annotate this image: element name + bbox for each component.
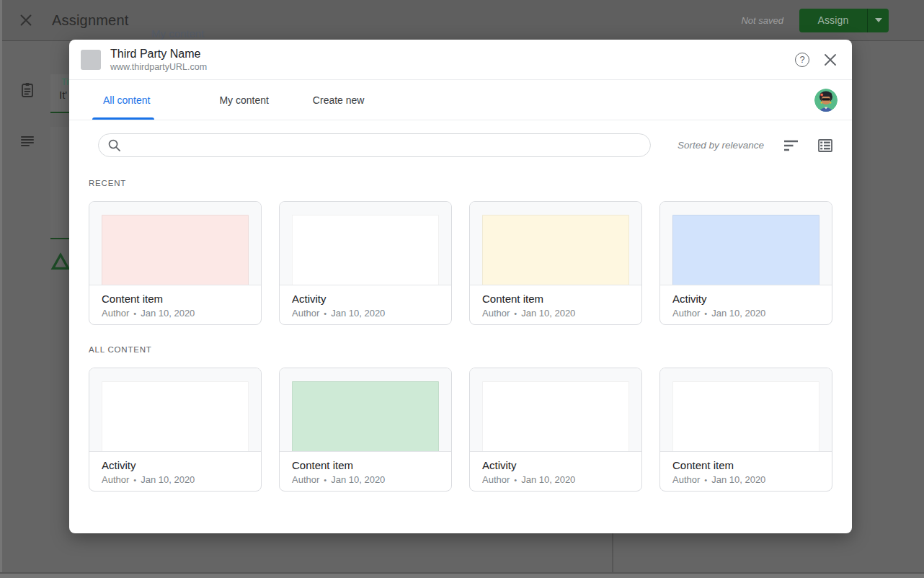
sort-icon [783,139,799,152]
card-thumbnail [89,202,261,285]
sort-button[interactable] [783,139,799,152]
card-meta: Author•Jan 10, 2020 [482,307,629,320]
section-label-recent: RECENT [89,179,832,187]
content-tabs: All content My content Create new [69,80,852,120]
list-view-button[interactable] [818,139,832,152]
page-left-edge [0,0,2,578]
third-party-name: Third Party Name [110,47,207,61]
card-title: Content item [292,458,439,472]
card-title: Content item [672,458,819,472]
content-card[interactable]: Activity Author•Jan 10, 2020 [469,368,642,492]
ghost-my-content-text: My content [151,27,204,40]
assignment-clipboard-icon [19,81,36,102]
active-tab-underline [92,117,154,120]
card-meta: Author•Jan 10, 2020 [292,473,439,486]
card-meta: Author•Jan 10, 2020 [102,473,249,486]
tab-all-content[interactable]: All content [103,94,150,106]
dialog-header: Third Party Name www.thirdpartyURL.com ? [69,40,852,80]
assignment-page-title: Assignment [52,12,129,29]
content-card[interactable]: Content item Author•Jan 10, 2020 [659,368,832,492]
content-card[interactable]: Content item Author•Jan 10, 2020 [469,201,642,325]
card-title: Activity [292,292,439,306]
close-icon [824,53,837,66]
card-meta: Author•Jan 10, 2020 [482,473,629,486]
card-thumbnail [470,368,641,452]
card-thumbnail [660,368,832,452]
search-input[interactable] [127,134,650,156]
dialog-body: Sorted by relevance RECENT [69,120,852,533]
search-icon [107,138,121,152]
save-status-text: Not saved [741,15,783,26]
card-thumbnail [470,202,641,285]
card-title: Activity [672,292,819,306]
all-content-card-grid: Activity Author•Jan 10, 2020 Content ite… [89,368,832,492]
third-party-logo [81,50,101,70]
section-label-all-content: ALL CONTENT [89,345,832,354]
recent-card-grid: Content item Author•Jan 10, 2020 Activit… [89,201,832,325]
background-panel-divider [612,533,613,572]
content-card[interactable]: Content item Author•Jan 10, 2020 [89,201,262,325]
assignment-topbar: Assignment Not saved Assign [0,0,924,41]
card-thumbnail [660,202,832,285]
card-thumbnail [89,368,261,452]
search-toolbar: Sorted by relevance [89,133,832,157]
title-field-value: It' [59,89,67,101]
card-title: Activity [482,458,629,472]
tab-my-content[interactable]: My content [219,94,268,106]
third-party-url: www.thirdpartyURL.com [110,61,207,73]
content-card[interactable]: Activity Author•Jan 10, 2020 [89,368,262,492]
card-title: Content item [482,292,629,306]
tab-create-new[interactable]: Create new [313,94,365,106]
help-button[interactable]: ? [794,51,811,68]
google-drive-icon [50,252,71,274]
card-meta: Author•Jan 10, 2020 [672,473,819,486]
assign-button[interactable]: Assign [799,9,867,32]
content-card[interactable]: Content item Author•Jan 10, 2020 [279,368,452,492]
instructions-lines-icon [19,132,36,152]
card-thumbnail [280,368,451,452]
card-meta: Author•Jan 10, 2020 [102,307,249,320]
close-assignment-icon[interactable] [17,12,35,29]
card-meta: Author•Jan 10, 2020 [292,307,439,320]
search-bar[interactable] [98,133,651,157]
content-card[interactable]: Activity Author•Jan 10, 2020 [279,201,452,325]
card-thumbnail [280,202,451,285]
assign-dropdown-button[interactable] [868,9,889,32]
help-icon: ? [795,53,809,67]
close-dialog-button[interactable] [822,51,839,68]
card-meta: Author•Jan 10, 2020 [672,307,819,320]
card-title: Content item [102,292,249,306]
sorted-by-label: Sorted by relevance [678,140,764,151]
content-card[interactable]: Activity Author•Jan 10, 2020 [659,201,832,325]
assign-split-button[interactable]: Assign [799,9,889,32]
user-avatar[interactable] [814,89,838,112]
card-title: Activity [102,458,249,472]
third-party-picker-dialog: Third Party Name www.thirdpartyURL.com ?… [69,40,852,533]
chevron-down-icon [875,18,882,22]
page-bottom-edge [0,572,924,578]
list-view-icon [818,139,832,152]
